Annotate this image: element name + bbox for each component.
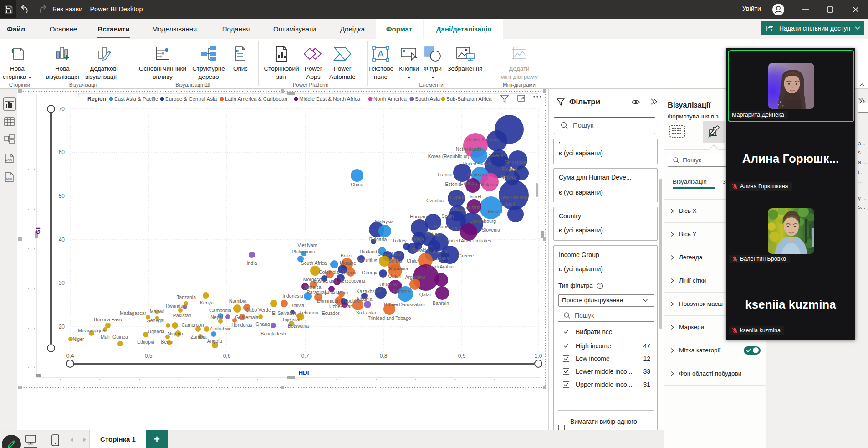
svg-text:TMDL: TMDL bbox=[4, 177, 13, 180]
svg-text:A: A bbox=[378, 49, 384, 59]
svg-text:DAX: DAX bbox=[5, 158, 12, 162]
